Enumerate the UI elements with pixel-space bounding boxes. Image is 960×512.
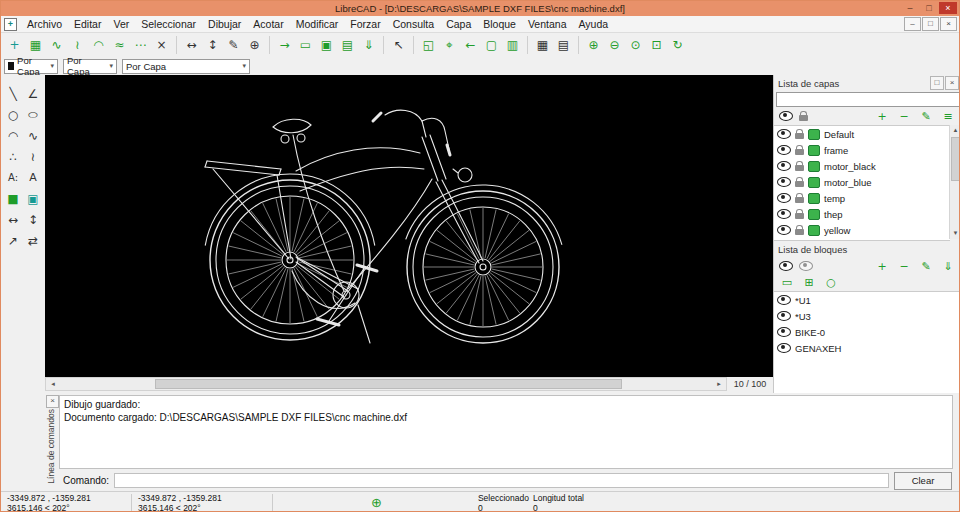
toggle-all-visibility-icon[interactable] <box>779 111 793 121</box>
menu-acotar[interactable]: Acotar <box>247 18 289 30</box>
modify-order-icon[interactable]: ⇄ <box>24 231 42 250</box>
pen-linetype-combo[interactable]: Por Capa ▾ <box>122 59 250 74</box>
layer-visibility-icon[interactable] <box>777 225 791 235</box>
ellipse-icon[interactable]: ○ <box>24 109 42 121</box>
zoom-select-icon[interactable]: ⊡ <box>647 36 666 55</box>
child-close-icon[interactable]: × <box>940 17 957 31</box>
layer-color-chip[interactable] <box>808 145 820 156</box>
layer-lock-icon[interactable] <box>795 165 804 171</box>
menu-forzar[interactable]: Forzar <box>344 18 386 30</box>
menu-capa[interactable]: Capa <box>440 18 477 30</box>
dock-close-icon[interactable]: × <box>46 395 59 408</box>
hatch-icon[interactable]: ■ <box>4 189 22 208</box>
line-icon[interactable]: ╲ <box>4 84 22 103</box>
child-minimize-icon[interactable]: – <box>904 17 921 31</box>
block-visibility-icon[interactable] <box>777 327 791 337</box>
save-block-button[interactable]: ⇓ <box>940 259 956 273</box>
scrollbar-track[interactable] <box>60 378 712 390</box>
pan-icon[interactable]: ⌖ <box>440 36 459 55</box>
layer-visibility-icon[interactable] <box>777 209 791 219</box>
layer-color-chip[interactable] <box>808 225 820 236</box>
insert-block-button[interactable]: ⊞ <box>801 275 817 289</box>
layer-lock-icon[interactable] <box>795 181 804 187</box>
layers-scrollbar[interactable]: ▲ ▼ <box>949 125 960 239</box>
menu-ayuda[interactable]: Ayuda <box>572 18 614 30</box>
scroll-up-icon[interactable]: ▲ <box>950 125 960 136</box>
previous-view-icon[interactable]: ← <box>461 36 480 55</box>
menu-seleccionar[interactable]: Seleccionar <box>135 18 202 30</box>
layer-color-chip[interactable] <box>808 209 820 220</box>
menu-editar[interactable]: Editar <box>68 18 107 30</box>
layer-visibility-icon[interactable] <box>777 193 791 203</box>
snap-endpoint-icon[interactable]: ∿ <box>47 36 66 55</box>
pointer-icon[interactable]: ↖ <box>389 36 408 55</box>
layer-visibility-icon[interactable] <box>777 161 791 171</box>
layer-row[interactable]: motor_blue <box>774 174 950 190</box>
rename-block-button[interactable]: ✎ <box>918 259 934 273</box>
grid-snap-icon[interactable]: ▦ <box>26 36 45 55</box>
print-icon[interactable]: ▤ <box>338 36 357 55</box>
menu-ver[interactable]: Ver <box>107 18 135 30</box>
layer-row[interactable]: yellow <box>774 222 950 238</box>
add-layer-button[interactable]: + <box>874 109 890 123</box>
snap-intersection-icon[interactable]: × <box>152 36 171 55</box>
block-row[interactable]: BIKE-0 <box>774 324 960 340</box>
layer-lock-icon[interactable] <box>795 133 804 139</box>
iso-grid-icon[interactable]: ▦ <box>533 36 552 55</box>
clear-button[interactable]: Clear <box>894 472 952 490</box>
scroll-right-icon[interactable]: ▸ <box>712 378 726 390</box>
layer-row[interactable]: frame <box>774 142 950 158</box>
layer-visibility-icon[interactable] <box>777 177 791 187</box>
hide-all-blocks-icon[interactable] <box>799 261 813 271</box>
menu-bloque[interactable]: Bloque <box>477 18 522 30</box>
layer-lock-icon[interactable] <box>795 197 804 203</box>
mtext-icon[interactable]: A <box>24 168 42 187</box>
command-input[interactable] <box>114 473 889 488</box>
export-icon[interactable]: ⇓ <box>359 36 378 55</box>
horizontal-scrollbar[interactable]: ◂ ▸ <box>45 377 727 391</box>
dim-horizontal-icon[interactable]: ↔ <box>4 210 22 229</box>
restrict-vertical-icon[interactable]: ↕ <box>203 36 222 55</box>
menu-ventana[interactable]: Ventana <box>522 18 573 30</box>
block-row[interactable]: *U3 <box>774 308 960 324</box>
zoom-out-icon[interactable]: ⊖ <box>605 36 624 55</box>
block-row[interactable]: *U1 <box>774 292 960 308</box>
close-icon[interactable]: × <box>939 2 957 14</box>
snap-indicator-icon[interactable]: ⊕ <box>371 495 382 510</box>
layer-lock-icon[interactable] <box>795 213 804 219</box>
layer-row[interactable]: temp <box>774 190 950 206</box>
toggle-block-button[interactable]: ○ <box>823 275 839 289</box>
layer-menu-button[interactable]: ≡ <box>940 109 956 123</box>
scrollbar-thumb[interactable] <box>951 137 960 181</box>
new-drawing-icon[interactable]: → <box>275 36 294 55</box>
snap-center-icon[interactable]: ◠ <box>89 36 108 55</box>
remove-layer-button[interactable]: − <box>896 109 912 123</box>
layer-row[interactable]: Default <box>774 126 950 142</box>
ortho-grid-icon[interactable]: ▤ <box>554 36 573 55</box>
restrict-horizontal-icon[interactable]: ↔ <box>182 36 201 55</box>
layer-visibility-icon[interactable] <box>777 129 791 139</box>
points-icon[interactable]: ∴ <box>4 147 22 166</box>
menu-consulta[interactable]: Consulta <box>387 18 440 30</box>
save-file-icon[interactable]: ▣ <box>317 36 336 55</box>
polyline-icon[interactable]: ≀ <box>24 147 42 166</box>
toggle-all-lock-icon[interactable] <box>799 115 808 121</box>
cascade-window-icon[interactable]: ▢ <box>482 36 501 55</box>
text-icon[interactable]: A: <box>4 168 22 187</box>
remove-block-button[interactable]: − <box>896 259 912 273</box>
pen-icon[interactable]: ✎ <box>224 36 243 55</box>
scroll-down-icon[interactable]: ▼ <box>950 228 960 239</box>
show-all-blocks-icon[interactable] <box>779 261 793 271</box>
open-file-icon[interactable]: ▭ <box>296 36 315 55</box>
pen-color-combo[interactable]: Por Capa ▾ <box>4 59 58 74</box>
block-visibility-icon[interactable] <box>777 295 791 305</box>
snap-middle-icon[interactable]: ≈ <box>110 36 129 55</box>
layer-color-chip[interactable] <box>808 161 820 172</box>
layer-lock-icon[interactable] <box>795 229 804 235</box>
child-restore-icon[interactable]: □ <box>922 17 939 31</box>
tile-window-icon[interactable]: ▥ <box>503 36 522 55</box>
block-visibility-icon[interactable] <box>777 343 791 353</box>
layer-color-chip[interactable] <box>808 193 820 204</box>
block-row[interactable]: GENAXEH <box>774 340 960 356</box>
layer-color-chip[interactable] <box>808 177 820 188</box>
